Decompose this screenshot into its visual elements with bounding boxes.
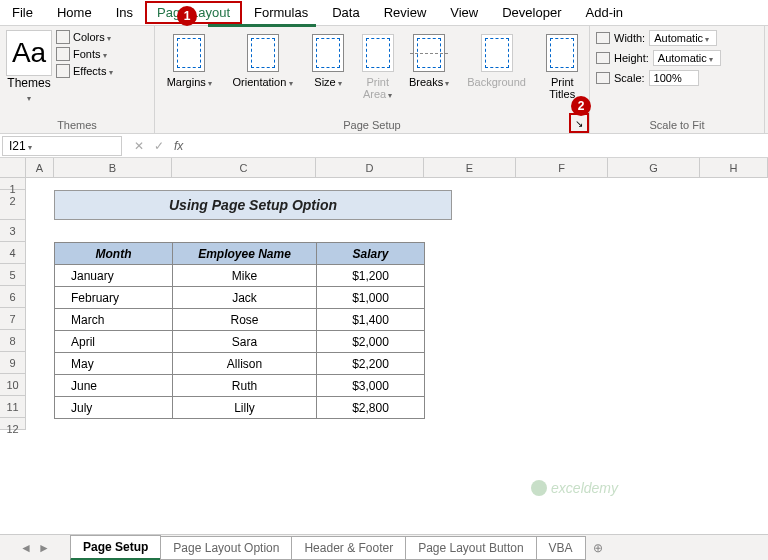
cell[interactable]: May (55, 353, 173, 375)
row-10[interactable]: 10 (0, 374, 25, 396)
cell[interactable]: April (55, 331, 173, 353)
menu-data[interactable]: Data (320, 1, 371, 24)
row-5[interactable]: 5 (0, 264, 25, 286)
cells-area[interactable]: Using Page Setup Option Month Employee N… (26, 178, 768, 430)
cell[interactable]: $2,800 (317, 397, 425, 419)
row-12[interactable]: 12 (0, 418, 25, 430)
row-8[interactable]: 8 (0, 330, 25, 352)
cell[interactable]: January (55, 265, 173, 287)
sheet-nav[interactable]: ◄► (0, 541, 70, 555)
cell[interactable]: $1,400 (317, 309, 425, 331)
col-E[interactable]: E (424, 158, 516, 177)
col-H[interactable]: H (700, 158, 768, 177)
cell[interactable]: $1,000 (317, 287, 425, 309)
sheet-tab-page-layout-option[interactable]: Page Layout Option (160, 536, 292, 560)
table-row: JanuaryMike$1,200 (55, 265, 425, 287)
add-sheet-button[interactable]: ⊕ (585, 537, 611, 559)
sheet-tab-header-footer[interactable]: Header & Footer (291, 536, 406, 560)
sheet-tabs-bar: ◄► Page Setup Page Layout Option Header … (0, 534, 768, 560)
table-row: MarchRose$1,400 (55, 309, 425, 331)
header-month[interactable]: Month (55, 243, 173, 265)
sheet-tab-page-setup[interactable]: Page Setup (70, 535, 161, 561)
row-11[interactable]: 11 (0, 396, 25, 418)
page-setup-dialog-launcher[interactable]: ↘ (569, 113, 589, 133)
background-button[interactable]: Background (460, 30, 534, 88)
cell[interactable]: Lilly (173, 397, 317, 419)
row-7[interactable]: 7 (0, 308, 25, 330)
orientation-button[interactable]: Orientation (226, 30, 300, 89)
cell[interactable]: February (55, 287, 173, 309)
enter-icon[interactable]: ✓ (154, 139, 164, 153)
row-2[interactable]: 2 (0, 190, 25, 220)
name-box[interactable]: I21 (2, 136, 122, 156)
fonts-icon (56, 47, 70, 61)
cell[interactable]: Rose (173, 309, 317, 331)
size-button[interactable]: Size (307, 30, 349, 89)
row-9[interactable]: 9 (0, 352, 25, 374)
cell[interactable]: $2,200 (317, 353, 425, 375)
scale-field[interactable]: 100% (649, 70, 699, 86)
margins-button[interactable]: Margins (161, 30, 218, 89)
sheet-tab-vba[interactable]: VBA (536, 536, 586, 560)
col-G[interactable]: G (608, 158, 700, 177)
chevron-right-icon[interactable]: ► (38, 541, 50, 555)
print-area-label: PrintArea (357, 76, 399, 101)
menu-developer[interactable]: Developer (490, 1, 573, 24)
menu-file[interactable]: File (0, 1, 45, 24)
cell[interactable]: $3,000 (317, 375, 425, 397)
header-salary[interactable]: Salary (317, 243, 425, 265)
height-label: Height: (614, 52, 649, 64)
cell[interactable]: June (55, 375, 173, 397)
cancel-icon[interactable]: ✕ (134, 139, 144, 153)
col-B[interactable]: B (54, 158, 172, 177)
fx-label[interactable]: fx (174, 139, 183, 153)
cell[interactable]: Mike (173, 265, 317, 287)
callout-2: 2 (571, 96, 591, 116)
size-label: Size (307, 76, 349, 89)
themes-button[interactable]: Aa Themes (6, 30, 52, 104)
cell[interactable]: Ruth (173, 375, 317, 397)
header-employee[interactable]: Employee Name (173, 243, 317, 265)
menu-addin[interactable]: Add-in (574, 1, 636, 24)
effects-button[interactable]: Effects (56, 64, 113, 78)
height-field[interactable]: Automatic (653, 50, 721, 66)
row-4[interactable]: 4 (0, 242, 25, 264)
orientation-icon (247, 34, 279, 72)
menu-formulas[interactable]: Formulas (242, 1, 320, 24)
menu-insert[interactable]: Ins (104, 1, 145, 24)
cell[interactable]: Sara (173, 331, 317, 353)
cell[interactable]: Allison (173, 353, 317, 375)
row-3[interactable]: 3 (0, 220, 25, 242)
row-1[interactable]: 1 (0, 178, 25, 190)
chevron-left-icon[interactable]: ◄ (20, 541, 32, 555)
breaks-button[interactable]: Breaks (406, 30, 451, 89)
col-F[interactable]: F (516, 158, 608, 177)
cell[interactable]: $2,000 (317, 331, 425, 353)
row-6[interactable]: 6 (0, 286, 25, 308)
sheet-tab-page-layout-button[interactable]: Page Layout Button (405, 536, 536, 560)
print-titles-button[interactable]: PrintTitles (541, 30, 583, 100)
colors-icon (56, 30, 70, 44)
menu-review[interactable]: Review (372, 1, 439, 24)
themes-group-label: Themes (0, 119, 154, 131)
col-A[interactable]: A (26, 158, 54, 177)
cell[interactable]: Jack (173, 287, 317, 309)
row-headers: 1 2 3 4 5 6 7 8 9 10 11 12 (0, 178, 26, 430)
margins-icon (173, 34, 205, 72)
fonts-button[interactable]: Fonts (56, 47, 113, 61)
print-area-icon (362, 34, 394, 72)
background-label: Background (460, 76, 534, 88)
select-all[interactable] (0, 158, 26, 177)
menu-home[interactable]: Home (45, 1, 104, 24)
colors-button[interactable]: Colors (56, 30, 113, 44)
cell[interactable]: March (55, 309, 173, 331)
width-label: Width: (614, 32, 645, 44)
col-D[interactable]: D (316, 158, 424, 177)
cell[interactable]: $1,200 (317, 265, 425, 287)
col-C[interactable]: C (172, 158, 316, 177)
width-field[interactable]: Automatic (649, 30, 717, 46)
print-area-button[interactable]: PrintArea (357, 30, 399, 101)
title-cell[interactable]: Using Page Setup Option (54, 190, 452, 220)
menu-view[interactable]: View (438, 1, 490, 24)
cell[interactable]: July (55, 397, 173, 419)
